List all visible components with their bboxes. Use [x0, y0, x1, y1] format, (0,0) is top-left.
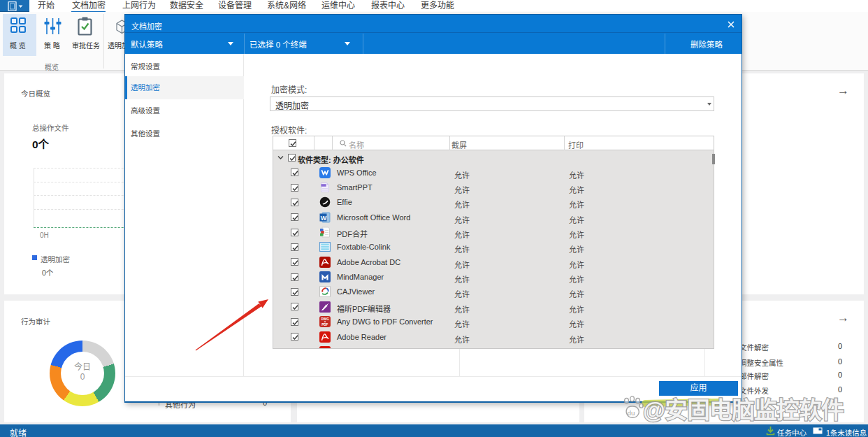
- svg-text:@安固电脑监控软件: @安固电脑监控软件: [643, 398, 844, 423]
- svg-text:W: W: [321, 214, 327, 221]
- svg-text:PDF: PDF: [321, 323, 328, 327]
- svg-text:du: du: [627, 409, 635, 417]
- svg-text:DWG: DWG: [321, 317, 330, 321]
